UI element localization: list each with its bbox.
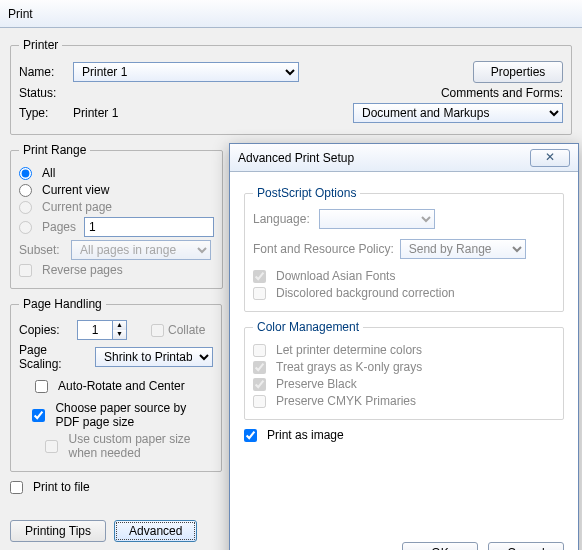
- window-title: Print: [8, 7, 33, 21]
- status-label: Status:: [19, 86, 67, 100]
- language-select: [319, 209, 435, 229]
- choosepaper-check[interactable]: [32, 409, 45, 422]
- preserveblack-check: [253, 378, 266, 391]
- range-legend: Print Range: [19, 143, 90, 157]
- advanced-title: Advanced Print Setup: [238, 151, 354, 165]
- comments-select[interactable]: Document and Markups: [353, 103, 563, 123]
- type-label: Type:: [19, 106, 67, 120]
- range-currentpage-radio: [19, 201, 32, 214]
- close-icon: ✕: [545, 150, 555, 164]
- reverse-label: Reverse pages: [42, 263, 123, 277]
- ok-button[interactable]: OK: [402, 542, 478, 550]
- close-button[interactable]: ✕: [530, 149, 570, 167]
- color-mgmt-group: Color Management Let printer determine c…: [244, 320, 564, 420]
- reverse-check: [19, 264, 32, 277]
- handling-legend: Page Handling: [19, 297, 106, 311]
- printer-name-select[interactable]: Printer 1: [73, 62, 299, 82]
- dialog-body: Printer Name: Printer 1 Properties Statu…: [0, 28, 582, 550]
- range-pages-input[interactable]: [84, 217, 214, 237]
- print-range-group: Print Range All Current view Current pag…: [10, 143, 223, 289]
- preservecmyk-check: [253, 395, 266, 408]
- collate-label: Collate: [168, 323, 205, 337]
- discolored-check: [253, 287, 266, 300]
- type-value: Printer 1: [73, 106, 118, 120]
- color-legend: Color Management: [253, 320, 363, 334]
- print-as-image-check[interactable]: [244, 429, 257, 442]
- preserveblack-label: Preserve Black: [276, 377, 357, 391]
- scaling-label: Page Scaling:: [19, 343, 89, 371]
- policy-select: Send by Range: [400, 239, 526, 259]
- spin-down-icon[interactable]: ▼: [113, 330, 126, 339]
- postscript-legend: PostScript Options: [253, 186, 360, 200]
- collate-check: [151, 324, 164, 337]
- autorotate-label: Auto-Rotate and Center: [58, 379, 185, 393]
- range-pages-radio: [19, 221, 32, 234]
- autorotate-check[interactable]: [35, 380, 48, 393]
- range-pages-label: Pages: [42, 220, 78, 234]
- comments-label: Comments and Forms:: [441, 86, 563, 100]
- preservecmyk-label: Preserve CMYK Primaries: [276, 394, 416, 408]
- copies-input[interactable]: [78, 321, 112, 339]
- range-currentview-label: Current view: [42, 183, 109, 197]
- cancel-button[interactable]: Cancel: [488, 542, 564, 550]
- name-label: Name:: [19, 65, 67, 79]
- page-handling-group: Page Handling Copies: ▲▼ Collate Page Sc…: [10, 297, 222, 472]
- custompaper-check: [45, 440, 58, 453]
- copies-label: Copies:: [19, 323, 71, 337]
- download-asian-check: [253, 270, 266, 283]
- language-label: Language:: [253, 212, 313, 226]
- choosepaper-label: Choose paper source by PDF page size: [55, 401, 213, 429]
- printing-tips-button[interactable]: Printing Tips: [10, 520, 106, 542]
- postscript-group: PostScript Options Language: Font and Re…: [244, 186, 564, 312]
- range-currentpage-label: Current page: [42, 200, 112, 214]
- advanced-dialog: Advanced Print Setup ✕ PostScript Option…: [229, 143, 579, 550]
- print-to-file-check[interactable]: [10, 481, 23, 494]
- policy-label: Font and Resource Policy:: [253, 242, 394, 256]
- letprinter-check: [253, 344, 266, 357]
- range-all-radio[interactable]: [19, 167, 32, 180]
- printer-group: Printer Name: Printer 1 Properties Statu…: [10, 38, 572, 135]
- properties-button[interactable]: Properties: [473, 61, 563, 83]
- printer-legend: Printer: [19, 38, 62, 52]
- subset-select: All pages in range: [71, 240, 211, 260]
- advanced-title-bar: Advanced Print Setup ✕: [230, 144, 578, 172]
- range-currentview-radio[interactable]: [19, 184, 32, 197]
- print-to-file-label: Print to file: [33, 480, 90, 494]
- treatgrays-check: [253, 361, 266, 374]
- print-as-image-label: Print as image: [267, 428, 344, 442]
- spin-up-icon[interactable]: ▲: [113, 321, 126, 330]
- subset-label: Subset:: [19, 243, 65, 257]
- title-bar: Print: [0, 0, 582, 28]
- advanced-button[interactable]: Advanced: [114, 520, 197, 542]
- custompaper-label: Use custom paper size when needed: [68, 432, 213, 460]
- copies-spinner[interactable]: ▲▼: [77, 320, 127, 340]
- range-all-label: All: [42, 166, 55, 180]
- scaling-select[interactable]: Shrink to Printable Area: [95, 347, 213, 367]
- letprinter-label: Let printer determine colors: [276, 343, 422, 357]
- treatgrays-label: Treat grays as K-only grays: [276, 360, 422, 374]
- discolored-label: Discolored background correction: [276, 286, 455, 300]
- download-asian-label: Download Asian Fonts: [276, 269, 395, 283]
